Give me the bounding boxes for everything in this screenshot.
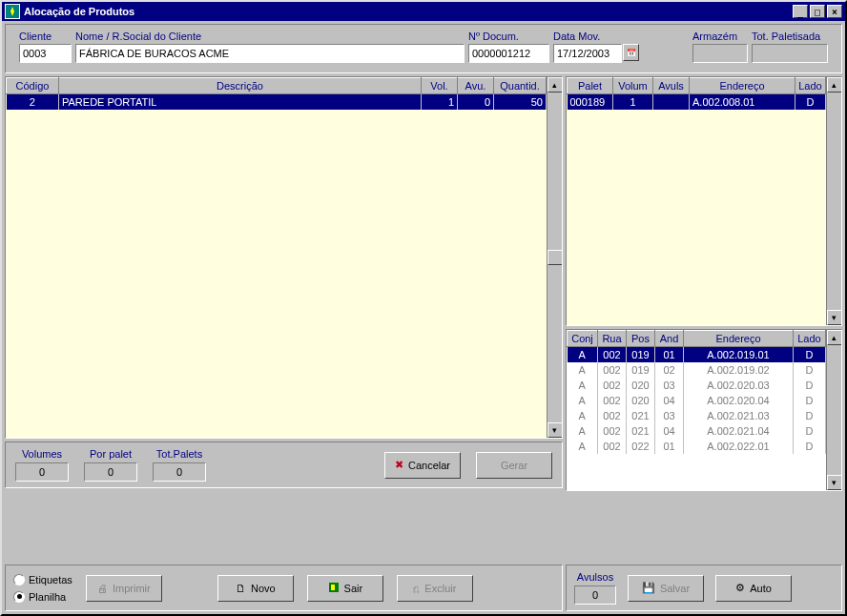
value-totpalets: 0 [153,462,206,482]
palet-grid[interactable]: Palet Volum Avuls Endereço Lado 000189 1… [566,76,842,326]
col-and[interactable]: And [655,331,684,347]
new-icon: 🗋 [236,583,246,594]
table-header-row: Código Descrição Vol. Avu. Quantid. [7,78,547,94]
right-column: Palet Volum Avuls Endereço Lado 000189 1… [566,76,842,562]
svg-rect-1 [331,585,335,590]
right-bottom-panel: Avulsos 0 💾 Salvar ⚙ Auto [566,565,842,611]
header-row: Cliente Nome / R.Social do Cliente Nº Do… [13,29,834,69]
value-armazem [692,44,748,63]
close-button[interactable]: × [827,5,842,18]
table-row[interactable]: A00201901A.002.019.01D [568,347,826,363]
scrollbar[interactable]: ▴ ▾ [547,77,562,438]
value-volumes: 0 [15,462,69,482]
col-quant[interactable]: Quantid. [494,78,547,94]
titlebar: Alocação de Produtos _ □ × [2,2,845,21]
scroll-thumb[interactable] [547,250,563,265]
window-title: Alocação de Produtos [24,6,791,17]
col-avu[interactable]: Avu. [458,78,494,94]
scroll-up-icon[interactable]: ▴ [827,77,842,92]
auto-button[interactable]: ⚙ Auto [715,575,792,602]
volumes-panel: Volumes 0 Por palet 0 Tot.Palets 0 ✖ Ca [5,441,563,488]
col-rua[interactable]: Rua [598,331,627,347]
radio-panel: Etiquetas Planilha 🖨 Imprimir 🗋 Novo [5,565,563,611]
scrollbar[interactable]: ▴ ▾ [826,77,841,325]
salvar-button[interactable]: 💾 Salvar [628,575,704,602]
label-volumes: Volumes [22,448,62,460]
sair-button[interactable]: Sair [307,575,383,602]
table-row[interactable]: A00202004A.002.020.04D [568,393,826,408]
header-panel: Cliente Nome / R.Social do Cliente Nº Do… [5,24,842,73]
table-row[interactable]: A00202003A.002.020.03D [568,378,826,393]
col-avuls[interactable]: Avuls [653,78,690,94]
radio-planilha[interactable]: Planilha [13,591,72,603]
col-pos[interactable]: Pos [627,331,655,347]
radio-icon [13,591,25,603]
cancel-icon: ✖ [395,459,403,471]
table-row[interactable]: A00202103A.002.021.03D [568,408,826,423]
col-palet[interactable]: Palet [568,78,613,94]
mid-area: Código Descrição Vol. Avu. Quantid. 2 PA… [5,76,842,562]
table-row[interactable]: 000189 1 A.002.008.01 D [568,94,826,111]
gerar-button[interactable]: Gerar [476,452,552,479]
scroll-down-icon[interactable]: ▾ [827,310,842,325]
col-endereco2[interactable]: Endereço [684,331,794,347]
products-grid[interactable]: Código Descrição Vol. Avu. Quantid. 2 PA… [5,76,563,439]
radio-icon [13,574,25,585]
label-porpalet: Por palet [90,448,132,460]
scrollbar[interactable]: ▴ ▾ [826,330,841,490]
label-datamov: Data Mov. [553,31,639,42]
save-icon: 💾 [642,582,655,594]
table-row[interactable]: A00202201A.002.022.01D [568,439,826,454]
value-totpal [752,44,828,63]
input-cliente[interactable] [19,44,72,63]
scroll-up-icon[interactable]: ▴ [827,330,842,345]
table-row[interactable]: A00202104A.002.021.04D [568,423,826,439]
label-nome: Nome / R.Social do Cliente [75,31,465,42]
col-volum[interactable]: Volum [613,78,653,94]
auto-icon: ⚙ [735,582,745,594]
novo-button[interactable]: 🗋 Novo [217,575,294,602]
col-endereco[interactable]: Endereço [690,78,795,94]
client-area: Cliente Nome / R.Social do Cliente Nº Do… [2,21,845,614]
scroll-down-icon[interactable]: ▾ [827,475,842,490]
col-vol[interactable]: Vol. [422,78,458,94]
table-header-row: Conj Rua Pos And Endereço Lado [568,331,826,347]
value-porpalet: 0 [84,462,137,482]
date-picker-button[interactable]: 📅 [623,44,639,61]
col-codigo[interactable]: Código [7,78,59,94]
bottom-row: Etiquetas Planilha 🖨 Imprimir 🗋 Novo [5,565,842,611]
cancelar-button[interactable]: ✖ Cancelar [384,452,461,479]
app-icon [5,4,20,19]
col-lado2[interactable]: Lado [794,331,826,347]
col-descricao[interactable]: Descrição [59,78,422,94]
col-lado[interactable]: Lado [795,78,826,94]
window: Alocação de Produtos _ □ × Cliente Nome … [0,0,847,616]
value-avulsos: 0 [574,585,616,605]
label-totpal: Tot. Paletisada [752,31,828,42]
left-column: Código Descrição Vol. Avu. Quantid. 2 PA… [5,76,563,562]
print-icon: 🖨 [97,583,108,594]
exit-icon [328,582,340,595]
label-avulsos: Avulsos [577,571,613,583]
address-grid[interactable]: Conj Rua Pos And Endereço Lado A00201901… [566,329,842,491]
scroll-up-icon[interactable]: ▴ [547,77,563,92]
label-totpalets: Tot.Palets [156,448,202,460]
excluir-button[interactable]: ⎌ Excluir [397,575,473,602]
radio-etiquetas[interactable]: Etiquetas [13,574,72,585]
minimize-button[interactable]: _ [793,5,808,18]
table-row[interactable]: A00201902A.002.019.02D [568,362,826,378]
calendar-icon: 📅 [627,49,636,57]
table-row[interactable]: 2 PAREDE PORTATIL 1 0 50 [7,94,547,111]
label-docum: Nº Docum. [468,31,549,42]
col-conj[interactable]: Conj [568,331,598,347]
scroll-down-icon[interactable]: ▾ [547,422,563,438]
maximize-button[interactable]: □ [810,5,825,18]
table-header-row: Palet Volum Avuls Endereço Lado [568,78,826,94]
label-cliente: Cliente [19,31,72,42]
label-armazem: Armazém [692,31,748,42]
delete-icon: ⎌ [413,583,420,594]
input-nome[interactable] [75,44,465,63]
imprimir-button[interactable]: 🖨 Imprimir [86,575,162,602]
input-docum[interactable] [468,44,549,63]
input-datamov[interactable] [553,44,622,63]
